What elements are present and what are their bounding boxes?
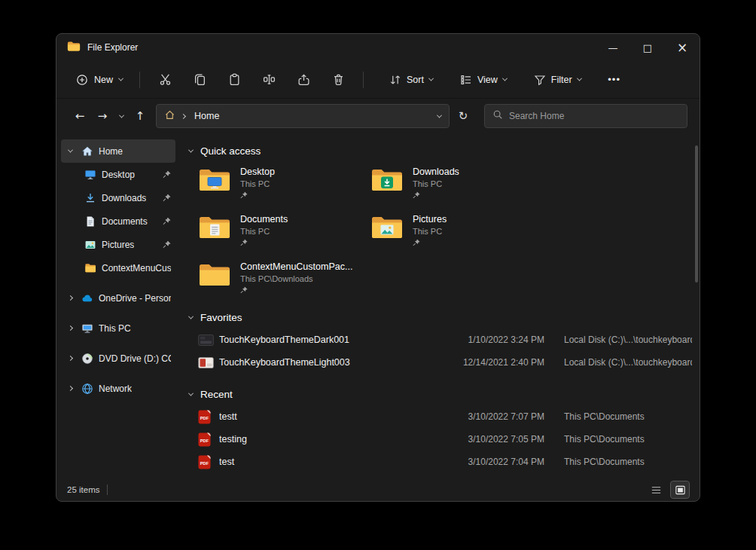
item-name: Pictures [413, 214, 447, 225]
file-date: 3/10/2022 7:05 PM [458, 434, 544, 445]
sidebar-item-downloads[interactable]: Downloads [81, 186, 175, 209]
quick-access-tile-contextmenucustompac[interactable]: ContextMenuCustomPac... This PC\Download… [198, 261, 370, 297]
sidebar-item-label: Pictures [102, 240, 134, 250]
forward-button[interactable]: → [91, 105, 114, 127]
details-view-button[interactable] [647, 481, 665, 498]
quick-access-tile-documents[interactable]: Documents This PC [198, 214, 370, 249]
file-path: This PC\Documents [544, 457, 692, 467]
file-path: This PC\Documents [544, 434, 692, 445]
collapse-chevron-icon [67, 386, 72, 391]
search-box[interactable] [484, 104, 687, 128]
pin-icon [240, 191, 248, 199]
paste-button[interactable] [217, 67, 251, 93]
back-button[interactable]: ← [69, 105, 91, 127]
section-header-favorites[interactable]: Favorites [189, 306, 692, 328]
window-title: File Explorer [87, 42, 138, 53]
window-controls: — □ × [596, 34, 700, 61]
up-button[interactable]: ↑ [129, 105, 151, 127]
item-name: Downloads [413, 167, 459, 178]
section-title: Recent [200, 389, 233, 400]
section-collapse-icon [188, 147, 194, 152]
circle-plus-icon [76, 74, 88, 86]
breadcrumb-home[interactable]: Home [191, 109, 222, 123]
sidebar-item-desktop[interactable]: Desktop [81, 163, 175, 186]
content-area: Home Desktop Downloads Documents [56, 133, 700, 478]
section-header-recent[interactable]: Recent [189, 383, 692, 405]
file-name: testt [219, 411, 458, 422]
minimize-button[interactable]: — [596, 34, 630, 61]
sidebar-item-this-pc[interactable]: This PC [61, 316, 175, 340]
chevron-down-icon [428, 76, 434, 81]
file-path: Local Disk (C:)\...\touchkeyboard [544, 357, 692, 368]
forward-arrow-icon: → [98, 109, 108, 123]
vertical-scrollbar[interactable] [695, 145, 698, 283]
section-header-quick-access[interactable]: Quick access [189, 139, 692, 162]
rename-button[interactable] [251, 67, 286, 93]
sidebar-item-label: Network [99, 383, 132, 394]
sidebar-item-documents[interactable]: Documents [81, 209, 175, 233]
pin-icon [163, 170, 171, 179]
sidebar-item-home[interactable]: Home [61, 139, 175, 163]
sidebar-item-dvd-drive[interactable]: DVD Drive (D:) CCC [61, 347, 175, 370]
cut-button[interactable] [148, 67, 182, 93]
section-collapse-icon [188, 313, 194, 319]
favorite-row[interactable]: TouchKeyboardThemeLight003 12/14/2021 2:… [189, 351, 692, 374]
share-button[interactable] [286, 67, 321, 93]
maximize-button[interactable]: □ [630, 34, 665, 61]
image-thumbnail-icon [198, 357, 219, 368]
section-collapse-icon [188, 390, 194, 396]
toolbar-divider [139, 72, 140, 88]
more-options-button[interactable]: ••• [599, 67, 629, 93]
file-name: TouchKeyboardThemeLight003 [219, 357, 458, 368]
sidebar-item-onedrive[interactable]: OneDrive - Personal [61, 286, 175, 310]
chevron-down-icon [502, 76, 508, 81]
sidebar-item-label: This PC [99, 323, 131, 334]
recent-locations-button[interactable] [114, 105, 129, 127]
minimize-icon: — [608, 43, 618, 53]
filter-button[interactable]: Filter [525, 67, 590, 93]
recent-row[interactable]: PDF testt 3/10/2022 7:07 PM This PC\Docu… [189, 405, 692, 428]
copy-button[interactable] [182, 67, 217, 93]
pin-icon [413, 239, 420, 246]
favorite-row[interactable]: TouchKeyboardThemeDark001 1/10/2022 3:24… [189, 328, 692, 351]
computer-icon [81, 322, 94, 335]
home-icon [164, 109, 175, 124]
large-icons-view-icon [675, 484, 686, 496]
large-icons-view-button[interactable] [671, 481, 689, 498]
recent-row[interactable]: PDF test 3/10/2022 7:04 PM This PC\Docum… [189, 451, 692, 473]
quick-access-tile-downloads[interactable]: Downloads This PC [370, 167, 543, 202]
delete-button[interactable] [321, 67, 355, 93]
address-dropdown-icon[interactable] [437, 112, 442, 118]
sidebar-item-network[interactable]: Network [61, 377, 175, 400]
pin-icon [413, 191, 420, 199]
svg-text:PDF: PDF [200, 460, 209, 465]
view-list-icon [460, 74, 472, 86]
downloads-folder-icon [370, 167, 404, 194]
new-button[interactable]: New [67, 67, 132, 93]
titlebar[interactable]: File Explorer — □ × [56, 34, 700, 61]
status-bar: 25 items [56, 478, 700, 501]
refresh-button[interactable]: ↻ [451, 105, 475, 127]
quick-access-tile-pictures[interactable]: Pictures This PC [370, 214, 543, 249]
search-icon [492, 109, 503, 123]
filter-label: Filter [551, 75, 572, 85]
documents-icon [84, 215, 97, 228]
view-button[interactable]: View [451, 67, 516, 93]
back-arrow-icon: ← [75, 109, 85, 123]
chevron-down-icon [118, 112, 123, 118]
sidebar-item-pictures[interactable]: Pictures [81, 233, 175, 256]
close-button[interactable]: × [665, 34, 700, 61]
search-input[interactable] [509, 111, 679, 121]
chevron-down-icon [577, 76, 582, 81]
recent-row[interactable]: PDF testing 3/10/2022 7:05 PM This PC\Do… [189, 428, 692, 451]
sidebar-item-contextmenucust[interactable]: ContextMenuCust [81, 256, 175, 280]
sort-button[interactable]: Sort [380, 67, 442, 93]
sidebar-item-label: Desktop [102, 170, 135, 180]
pictures-icon [84, 238, 97, 251]
file-date: 3/10/2022 7:04 PM [458, 457, 544, 467]
details-view-icon [651, 484, 662, 496]
desktop-icon [84, 168, 97, 181]
address-bar[interactable]: Home [156, 104, 450, 128]
sidebar-group-gap [61, 280, 175, 286]
quick-access-tile-desktop[interactable]: Desktop This PC [198, 167, 370, 202]
